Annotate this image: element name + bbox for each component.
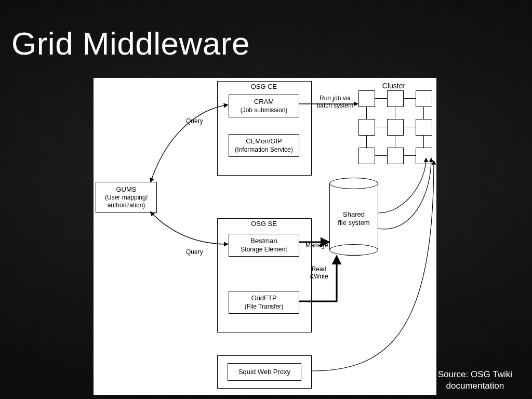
cram-box: CRAM (Job submission) bbox=[229, 95, 299, 117]
gridftp-box: GridFTP (File Transfer) bbox=[229, 291, 299, 314]
cemon-box: CEMon/GIP (Information Service) bbox=[229, 134, 299, 157]
source-credit: Source: OSG Twiki documentation bbox=[438, 369, 512, 392]
bestman-box: Bestman Storage Element bbox=[229, 234, 299, 257]
diagram-canvas: OSG CE CRAM (Job submission) CEMon/GIP (… bbox=[94, 78, 436, 395]
slide-title: Grid Middleware bbox=[11, 25, 250, 62]
cluster-label: Cluster bbox=[357, 82, 430, 90]
gums-sub1: (User mapping/ bbox=[105, 194, 148, 202]
osg-ce-label: OSG CE bbox=[217, 83, 311, 90]
cemon-title: CEMon/GIP bbox=[246, 137, 282, 145]
cemon-sub: (Information Service) bbox=[235, 146, 292, 154]
osg-se-label: OSG SE bbox=[217, 220, 311, 228]
bestman-sub: Storage Element bbox=[241, 246, 287, 254]
runjob-label: Run job via batch system bbox=[314, 95, 356, 109]
query2-label: Query bbox=[186, 248, 203, 256]
cram-title: CRAM bbox=[254, 98, 274, 106]
shared-fs-l1: Shared bbox=[343, 210, 365, 218]
query1-label: Query bbox=[186, 117, 203, 125]
gridftp-title: GridFTP bbox=[251, 294, 276, 302]
shared-fs-cylinder: Shared file system bbox=[329, 178, 378, 256]
manage-label: Manage bbox=[305, 242, 328, 249]
bestman-title: Bestman bbox=[250, 237, 277, 245]
gums-title: GUMS bbox=[116, 185, 137, 194]
readwrite-label: Read &Write bbox=[303, 265, 335, 280]
gums-box: GUMS (User mapping/ authorization) bbox=[96, 182, 157, 213]
gums-sub2: authorization) bbox=[108, 202, 145, 209]
squid-box: Squid Web Proxy bbox=[228, 363, 301, 381]
shared-fs-l2: file system bbox=[338, 218, 369, 226]
slide: Grid Middleware OSG CE CRAM (Job submiss… bbox=[0, 0, 532, 399]
cram-sub: (Job submission) bbox=[241, 107, 288, 114]
cluster-grid bbox=[358, 90, 436, 168]
squid-label: Squid Web Proxy bbox=[238, 368, 290, 376]
gridftp-sub: (File Transfer) bbox=[245, 303, 284, 311]
